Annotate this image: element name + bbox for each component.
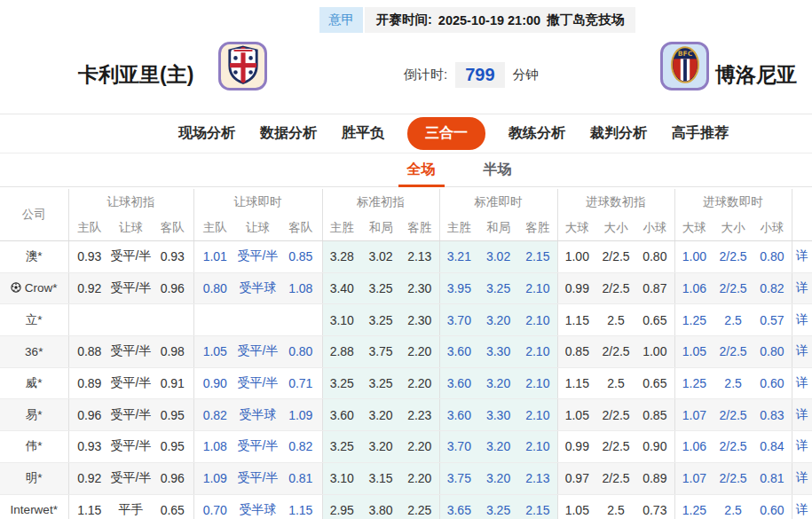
odds-cell[interactable]: 受平/半 — [236, 367, 280, 399]
odds-cell[interactable]: 受平/半 — [110, 336, 152, 368]
odds-cell[interactable]: 0.92 — [68, 272, 110, 304]
odds-cell[interactable]: 2.10 — [518, 399, 557, 431]
odds-cell[interactable]: 3.25 — [322, 431, 361, 463]
odds-cell[interactable]: 0.71 — [280, 367, 322, 399]
odds-cell[interactable]: 3.10 — [322, 304, 361, 336]
odds-cell[interactable]: 3.60 — [439, 367, 478, 399]
odds-cell[interactable]: 2.5 — [713, 494, 753, 519]
nav-tab-高手推荐[interactable]: 高手推荐 — [670, 124, 730, 143]
odds-cell[interactable]: 2/2.5 — [596, 399, 635, 431]
odds-cell[interactable]: 2.13 — [518, 462, 557, 494]
nav-tab-三合一[interactable]: 三合一 — [407, 117, 485, 150]
subtab-半场[interactable]: 半场 — [475, 154, 521, 187]
odds-cell[interactable]: 3.15 — [361, 462, 400, 494]
detail-link[interactable]: 详 — [792, 494, 812, 519]
odds-cell[interactable]: 1.25 — [674, 367, 713, 399]
odds-cell[interactable]: 1.09 — [280, 399, 322, 431]
odds-cell[interactable]: 3.20 — [478, 431, 518, 463]
odds-cell[interactable]: 0.90 — [635, 431, 674, 463]
odds-cell[interactable]: 0.93 — [68, 241, 110, 273]
odds-cell[interactable]: 2.13 — [400, 241, 439, 273]
odds-cell[interactable]: 2/2.5 — [596, 272, 635, 304]
odds-cell[interactable]: 2.20 — [400, 462, 439, 494]
odds-cell[interactable]: 1.08 — [280, 272, 322, 304]
odds-cell[interactable]: 3.21 — [439, 241, 478, 273]
odds-cell[interactable]: 1.00 — [557, 241, 596, 273]
odds-cell[interactable]: 0.65 — [635, 304, 674, 336]
odds-cell[interactable]: 3.25 — [322, 367, 361, 399]
odds-cell[interactable]: 3.70 — [439, 431, 478, 463]
odds-cell[interactable]: 0.85 — [557, 336, 596, 368]
odds-cell[interactable]: 2.25 — [400, 494, 439, 519]
odds-cell[interactable] — [280, 304, 322, 336]
odds-cell[interactable]: 0.73 — [635, 494, 674, 519]
odds-cell[interactable]: 受平/半 — [110, 241, 152, 273]
odds-cell[interactable]: 2.5 — [713, 367, 753, 399]
odds-cell[interactable]: 0.83 — [753, 399, 792, 431]
company-cell[interactable]: Interwet* — [0, 494, 68, 519]
odds-cell[interactable]: 1.15 — [557, 304, 596, 336]
odds-cell[interactable]: 0.99 — [557, 272, 596, 304]
odds-cell[interactable]: 受半球 — [236, 399, 280, 431]
odds-cell[interactable]: 0.90 — [193, 367, 236, 399]
odds-cell[interactable]: 0.89 — [68, 367, 110, 399]
odds-cell[interactable] — [152, 304, 193, 336]
company-cell[interactable]: 威* — [0, 367, 68, 399]
odds-cell[interactable]: 1.15 — [68, 494, 110, 519]
detail-link[interactable]: 详 — [792, 462, 812, 494]
league-badge[interactable]: 意甲 — [319, 7, 363, 33]
odds-cell[interactable]: 2/2.5 — [713, 399, 753, 431]
odds-cell[interactable]: 3.75 — [361, 336, 400, 368]
odds-cell[interactable]: 1.06 — [674, 272, 713, 304]
odds-cell[interactable]: 0.70 — [193, 494, 236, 519]
odds-cell[interactable]: 3.25 — [361, 272, 400, 304]
odds-cell[interactable]: 受平/半 — [236, 241, 280, 273]
odds-cell[interactable]: 3.75 — [439, 462, 478, 494]
odds-cell[interactable]: 0.80 — [193, 272, 236, 304]
odds-cell[interactable]: 3.10 — [322, 462, 361, 494]
odds-cell[interactable]: 1.09 — [193, 462, 236, 494]
odds-cell[interactable]: 2.20 — [400, 336, 439, 368]
odds-cell[interactable]: 0.95 — [152, 399, 193, 431]
odds-cell[interactable]: 0.57 — [753, 304, 792, 336]
odds-cell[interactable]: 0.95 — [152, 431, 193, 463]
odds-cell[interactable]: 2.23 — [400, 399, 439, 431]
odds-cell[interactable]: 2.5 — [713, 304, 753, 336]
odds-cell[interactable]: 2.10 — [518, 431, 557, 463]
odds-cell[interactable]: 1.15 — [280, 494, 322, 519]
odds-cell[interactable]: 受平/半 — [236, 336, 280, 368]
detail-link[interactable]: 详 — [792, 241, 812, 273]
odds-cell[interactable]: 0.80 — [753, 336, 792, 368]
odds-cell[interactable] — [110, 304, 152, 336]
odds-cell[interactable]: 0.81 — [280, 462, 322, 494]
odds-cell[interactable]: 1.05 — [557, 494, 596, 519]
odds-cell[interactable]: 2/2.5 — [596, 431, 635, 463]
odds-cell[interactable]: 3.30 — [478, 336, 518, 368]
odds-cell[interactable]: 2/2.5 — [713, 462, 753, 494]
odds-cell[interactable]: 2.88 — [322, 336, 361, 368]
odds-cell[interactable]: 受半球 — [236, 272, 280, 304]
odds-cell[interactable]: 1.05 — [674, 336, 713, 368]
company-cell[interactable]: 明* — [0, 462, 68, 494]
odds-cell[interactable] — [193, 304, 236, 336]
odds-cell[interactable]: 2.30 — [400, 272, 439, 304]
odds-cell[interactable]: 3.25 — [361, 304, 400, 336]
detail-link[interactable]: 详 — [792, 367, 812, 399]
odds-cell[interactable]: 0.91 — [152, 367, 193, 399]
odds-cell[interactable]: 0.97 — [557, 462, 596, 494]
odds-cell[interactable]: 3.25 — [478, 494, 518, 519]
odds-cell[interactable]: 1.15 — [557, 367, 596, 399]
odds-cell[interactable]: 3.40 — [322, 272, 361, 304]
odds-cell[interactable]: 3.02 — [361, 241, 400, 273]
nav-tab-教练分析[interactable]: 教练分析 — [507, 124, 567, 143]
odds-cell[interactable]: 1.00 — [674, 241, 713, 273]
odds-cell[interactable]: 受半球 — [236, 494, 280, 519]
odds-cell[interactable]: 受平/半 — [110, 367, 152, 399]
company-cell[interactable]: 伟* — [0, 431, 68, 463]
odds-cell[interactable]: 0.84 — [753, 431, 792, 463]
odds-cell[interactable]: 平手 — [110, 494, 152, 519]
company-cell[interactable]: 36* — [0, 336, 68, 368]
odds-cell[interactable]: 1.07 — [674, 462, 713, 494]
detail-link[interactable]: 详 — [792, 399, 812, 431]
odds-cell[interactable]: 3.70 — [439, 304, 478, 336]
